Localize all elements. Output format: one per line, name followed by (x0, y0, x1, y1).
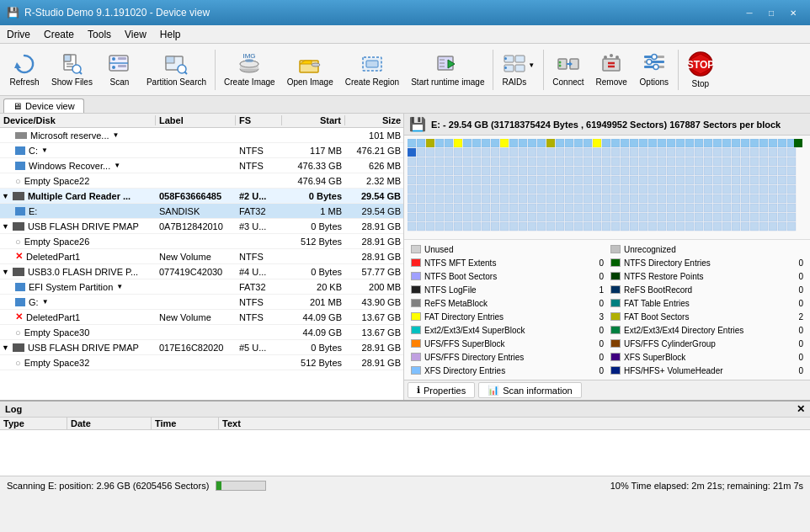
create-image-label: Create Image (224, 77, 275, 87)
empty-icon: ○ (15, 237, 21, 247)
properties-tab[interactable]: ℹ Properties (408, 382, 475, 398)
device-name: ✕ DeletedPart1 (0, 251, 156, 262)
stop-button[interactable]: STOP Stop (681, 46, 720, 93)
properties-label: Properties (424, 386, 466, 396)
col-header-start: Start (282, 115, 345, 125)
table-row[interactable]: Windows Recover... ▼ NTFS 476.33 GB 626 … (0, 158, 403, 173)
legend: Unused NTFS MFT Extents 0 NTFS Boot Sect… (404, 239, 810, 380)
remove-button[interactable]: Remove (590, 46, 633, 93)
table-row[interactable]: ▼ USB FLASH DRIVE PMAP 0A7B12842010 #3 U… (0, 219, 403, 234)
raids-button[interactable]: RAIDs ▼ (496, 46, 541, 93)
device-name: ▼ USB3.0 FLASH DRIVE P... (0, 267, 156, 277)
dropdown-arrow: ▼ (42, 298, 49, 306)
table-row[interactable]: ○ Empty Space26 512 Bytes 28.91 GB (0, 234, 403, 249)
legend-color-ext-super (411, 326, 421, 334)
status-left: Scanning E: position: 2.96 GB (6205456 S… (7, 481, 597, 491)
scan-info-tab[interactable]: 📊 Scan information (478, 382, 582, 398)
show-files-button[interactable]: Show Files (45, 46, 99, 93)
svg-rect-2 (64, 55, 71, 61)
device-name: ▼ USB FLASH DRIVE PMAP (0, 343, 156, 353)
close-button[interactable]: ✕ (783, 5, 803, 20)
table-row[interactable]: ▼ USB FLASH DRIVE PMAP 017E16C82020 #5 U… (0, 340, 403, 355)
partition-icon (15, 207, 25, 215)
legend-color-ufs-cyl (610, 339, 621, 348)
create-region-button[interactable]: Create Region (339, 46, 405, 93)
svg-line-6 (80, 72, 83, 75)
start-runtime-button[interactable]: Start runtime image (405, 46, 490, 93)
log-content[interactable] (0, 430, 810, 476)
options-label: Options (640, 77, 669, 87)
menu-view[interactable]: View (118, 25, 153, 43)
table-row[interactable]: ▼ Multiple Card Reader ... 058F63666485 … (0, 189, 403, 204)
table-row[interactable]: ○ Empty Space32 512 Bytes 28.91 GB (0, 355, 403, 370)
legend-item-unrecognized: Unrecognized (610, 243, 803, 255)
legend-color-unrecognized (610, 245, 621, 253)
partition-search-button[interactable]: Partition Search (141, 46, 212, 93)
svg-text:STOP: STOP (687, 59, 714, 71)
table-row[interactable]: G: ▼ NTFS 201 MB 43.90 GB (0, 295, 403, 310)
scan-status-text: Scanning E: position: 2.96 GB (6205456 S… (7, 481, 209, 491)
table-row[interactable]: ✕ DeletedPart1 New Volume NTFS 44.09 GB … (0, 310, 403, 325)
connect-button[interactable]: Connect (546, 46, 589, 93)
svg-point-58 (653, 65, 658, 70)
create-image-button[interactable]: IMG Create Image (218, 46, 281, 93)
log-col-text: Text (219, 418, 810, 429)
minimize-button[interactable]: ─ (739, 5, 759, 20)
legend-color-ext-dir (610, 326, 621, 334)
legend-item-fat-table: FAT Table Entries 0 (610, 297, 803, 309)
stop-icon: STOP (687, 51, 714, 77)
scan-icon (108, 52, 131, 76)
toolbar-separator-4 (678, 50, 679, 90)
menu-create[interactable]: Create (37, 25, 81, 43)
svg-point-48 (610, 54, 613, 57)
connect-icon (557, 52, 580, 76)
device-name: ○ Empty Space26 (0, 237, 156, 247)
col-header-fs: FS (236, 115, 282, 125)
svg-rect-12 (118, 65, 126, 67)
table-row[interactable]: Microsoft reserve... ▼ 101 MB (0, 128, 403, 143)
table-row[interactable]: ○ Empty Space30 44.09 GB 13.67 GB (0, 325, 403, 340)
menu-tools[interactable]: Tools (81, 25, 118, 43)
legend-color-ntfs-mft (411, 258, 421, 267)
svg-point-37 (504, 66, 507, 69)
device-name: Microsoft reserve... ▼ (0, 130, 156, 141)
svg-rect-35 (515, 65, 525, 72)
app-icon: 💾 (7, 7, 19, 19)
sector-map (404, 136, 810, 239)
svg-point-57 (647, 60, 652, 65)
properties-icon: ℹ (417, 385, 420, 396)
device-name: C: ▼ (0, 146, 156, 156)
open-image-button[interactable]: Open Image (281, 46, 339, 93)
table-row[interactable]: ✕ DeletedPart1 New Volume NTFS 28.91 GB (0, 249, 403, 264)
show-files-icon (60, 52, 83, 76)
dropdown-arrow: ▼ (41, 146, 48, 154)
table-row[interactable]: ○ Empty Space22 476.94 GB 2.32 MB (0, 173, 403, 189)
table-row[interactable]: ▼ USB3.0 FLASH DRIVE P... 077419C42030 #… (0, 264, 403, 279)
log-title: Log (5, 404, 22, 414)
device-view-tab[interactable]: 🖥 Device view (3, 98, 84, 113)
menu-help[interactable]: Help (153, 25, 188, 43)
hdd-icon (15, 132, 27, 139)
legend-color-ntfs-restore (610, 272, 621, 280)
legend-color-refs-boot (610, 285, 621, 294)
legend-grid: Unused NTFS MFT Extents 0 NTFS Boot Sect… (411, 243, 803, 376)
table-row[interactable]: E: SANDISK FAT32 1 MB 29.54 GB (0, 204, 403, 219)
legend-color-ntfs-boot (411, 272, 421, 280)
table-row[interactable]: EFI System Partition ▼ FAT32 20 KB 200 M… (0, 279, 403, 295)
log-close-button[interactable]: ✕ (797, 403, 805, 415)
open-image-icon (298, 52, 322, 76)
table-row[interactable]: C: ▼ NTFS 117 MB 476.21 GB (0, 143, 403, 158)
maximize-button[interactable]: □ (761, 5, 781, 20)
options-button[interactable]: Options (633, 46, 675, 93)
expand-arrow: ▼ (2, 192, 9, 200)
scan-button[interactable]: Scan (99, 46, 141, 93)
sector-canvas (408, 139, 803, 236)
menu-drive[interactable]: Drive (0, 25, 37, 43)
legend-color-ntfs-log (411, 285, 421, 294)
time-elapsed-text: 10% Time elapsed: 2m 21s; remaining: 21m… (610, 481, 803, 491)
raids-label: RAIDs (502, 77, 526, 87)
dropdown-arrow: ▼ (114, 162, 120, 169)
refresh-button[interactable]: Refresh (3, 46, 45, 93)
window-controls: ─ □ ✕ (739, 5, 803, 20)
legend-color-ufs-dir (411, 353, 421, 361)
